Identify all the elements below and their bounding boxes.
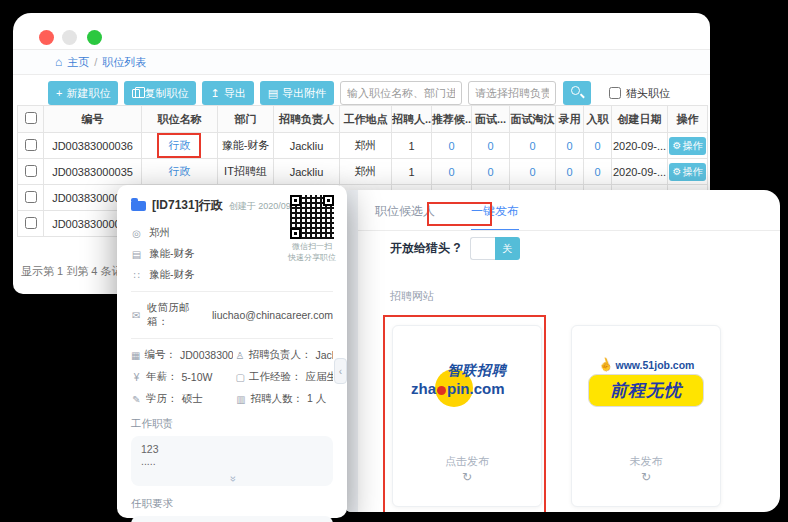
row-checkbox[interactable] [25,165,37,177]
publish-status[interactable]: 点击发布 [393,454,541,469]
hand-icon: ☝ [596,356,615,374]
select-all-checkbox[interactable] [25,112,37,124]
breadcrumb-home[interactable]: 主页 [67,55,89,70]
copy-icon [132,89,140,98]
traffic-light-minimize-icon[interactable] [62,30,77,45]
expand-chevron-icon[interactable]: « [226,476,238,482]
count-link[interactable]: 0 [594,166,600,178]
field-value: 硕士 [182,392,203,406]
field-label: 招聘人数： [250,392,303,406]
location-icon: ◎ [131,228,142,239]
job-card-title: [ID7131]行政 [152,197,223,214]
tab-candidates[interactable]: 职位候选人 [375,203,435,231]
headcount-icon: ▥ [235,394,246,405]
breadcrumb-separator: / [94,56,97,68]
experience-icon: ▢ [235,372,244,383]
count-link[interactable]: 0 [448,166,454,178]
tab-one-click-publish[interactable]: 一键发布 [471,203,519,231]
attachment-icon: ▤ [268,88,278,99]
org-icon: ∷ [131,270,142,281]
copy-job-button[interactable]: 复制职位 [124,81,196,105]
job-share-card: [ID7131]行政 创建于 2020/09 微信扫一扫 快速分享职位 ◎郑州 … [117,185,347,518]
headhunt-toggle[interactable]: 关 [470,237,520,260]
search-icon [571,86,580,95]
home-icon: ⌂ [55,55,62,69]
headhunt-toggle-label: 开放给猎头 ? [390,240,461,257]
plus-icon: + [56,88,62,99]
panel-tabs: 职位候选人 一键发布 [375,203,519,231]
folder-icon [131,201,146,211]
field-value: JD00383000036 [180,349,233,361]
search-button[interactable] [563,81,591,105]
sites-section-title: 招聘网站 [390,289,434,304]
table-row: JD00383000035 行政 IT招聘组 Jackliu 郑州 1 0 0 … [18,159,708,185]
headhunt-filter: 猎头职位 [609,86,670,101]
export-icon: ↥ [210,88,219,99]
count-link[interactable]: 0 [566,140,572,152]
gear-icon: ⚙ [673,166,682,177]
refresh-icon[interactable]: ↻ [393,470,541,484]
traffic-light-close-icon[interactable] [39,30,54,45]
qr-caption-line1: 微信扫一扫 [287,242,337,253]
owner-select-input[interactable] [468,81,556,105]
new-job-button[interactable]: + 新建职位 [48,81,118,105]
traffic-light-zoom-icon[interactable] [87,30,102,45]
job-title-link[interactable]: 行政 [169,139,191,151]
site-card-zhaopin[interactable]: 智联招聘 zhapin.com 点击发布 ↻ [392,325,542,507]
count-link[interactable]: 0 [594,140,600,152]
field-label: 编号： [144,348,176,362]
table-row: JD00383000036 行政 豫能-财务 Jackliu 郑州 1 0 0 … [18,133,708,159]
requirement-content-card [131,516,333,522]
refresh-icon[interactable]: ↻ [572,470,720,484]
job-org: 豫能-财务 [149,268,195,282]
count-link[interactable]: 0 [487,166,493,178]
id-icon: ▦ [131,350,140,361]
row-checkbox[interactable] [25,139,37,151]
51job-logo: ☝ www.51job.com 前程无忧 [588,358,704,407]
chevron-left-icon: ‹ [339,366,342,377]
headhunt-checkbox[interactable] [609,87,621,99]
count-link[interactable]: 0 [487,140,493,152]
field-label: 年薪： [146,370,178,384]
field-value: Jackliu [315,349,333,361]
duty-line: 123 [141,443,323,455]
collapse-panel-button[interactable]: ‹ [334,358,347,384]
job-dept: 豫能-财务 [149,247,195,261]
mail-icon: ✉ [131,310,141,321]
count-link[interactable]: 0 [529,166,535,178]
field-value: 1 人 [307,392,326,406]
gear-icon: ⚙ [673,140,682,151]
duty-content-card: 123 ..... « [131,436,333,486]
qr-share-block: 微信扫一扫 快速分享职位 [287,195,337,264]
qr-caption-line2: 快速分享职位 [287,253,337,264]
resume-email-value: liuchao@chinacareer.com [212,309,333,321]
publish-panel: 职位候选人 一键发布 开放给猎头 ? 关 招聘网站 智联招聘 zhapin.co… [345,190,780,512]
job-title-link[interactable]: 行政 [169,165,191,177]
duty-section-title: 工作职责 [131,417,333,431]
row-action-button[interactable]: ⚙操作 [669,163,707,181]
person-icon: ♙ [235,350,244,361]
publish-status: 未发布 [572,454,720,469]
row-action-button[interactable]: ⚙操作 [669,137,707,155]
toggle-off-segment [470,237,495,260]
search-input[interactable] [340,81,462,105]
salary-icon: ¥ [131,372,142,383]
breadcrumb-current: 职位列表 [102,55,146,70]
duty-line: ..... [141,455,323,467]
zhaopin-logo: 智联招聘 zhapin.com [409,362,525,410]
row-checkbox[interactable] [25,217,37,229]
requirement-section-title: 任职要求 [131,497,333,511]
field-value: 应届生 [305,370,333,384]
export-button[interactable]: ↥ 导出 [202,81,253,105]
count-link[interactable]: 0 [566,166,572,178]
toggle-on-segment: 关 [495,237,520,260]
tabs-divider [358,230,780,231]
site-card-51job[interactable]: ☝ www.51job.com 前程无忧 未发布 ↻ [571,325,721,507]
toolbar: + 新建职位 复制职位 ↥ 导出 ▤ 导出附件 猎头职位 [48,81,670,105]
department-icon: ▤ [131,249,142,260]
count-link[interactable]: 0 [448,140,454,152]
education-icon: ✎ [131,394,142,405]
row-checkbox[interactable] [25,191,37,203]
count-link[interactable]: 0 [529,140,535,152]
export-attachments-button[interactable]: ▤ 导出附件 [260,81,334,105]
